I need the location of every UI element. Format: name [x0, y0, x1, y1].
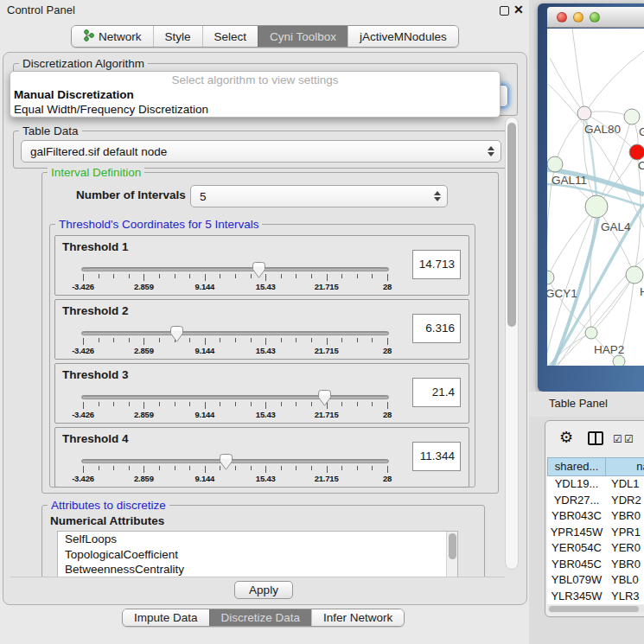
- slider-tick-labels: -3.4262.8599.14415.4321.71528: [83, 346, 387, 355]
- slider-thumb[interactable]: [252, 262, 265, 278]
- tick: [296, 338, 296, 342]
- network-node[interactable]: [626, 266, 643, 284]
- slider-tick-labels: -3.4262.8599.14415.4321.71528: [83, 474, 387, 483]
- group-label: Attributes to discretize: [48, 499, 169, 512]
- cell-name: YPR1: [606, 525, 644, 541]
- slider-track[interactable]: [81, 331, 389, 335]
- dropdown-option[interactable]: Manual Discretization: [14, 88, 134, 101]
- tab-label: Style: [165, 30, 191, 43]
- slider-thumb[interactable]: [220, 454, 233, 470]
- threshold-value-field[interactable]: 21.4: [412, 378, 461, 407]
- network-node[interactable]: [577, 106, 591, 120]
- table-panel-card: ⚙ ☑ ☑ shared...na YDL19...YDL1YDR27...YD…: [545, 420, 644, 617]
- table-row[interactable]: YBR045CYBR0: [547, 557, 644, 573]
- dropdown-placeholder-item[interactable]: Select algorithm to view settings: [10, 73, 500, 86]
- network-node[interactable]: [547, 271, 554, 284]
- dropdown-option[interactable]: Equal Width/Frequency Discretization: [14, 103, 208, 116]
- close-traffic-light-icon[interactable]: [557, 12, 567, 22]
- checkbox-icon[interactable]: ☑: [624, 433, 634, 445]
- threshold-label: Threshold 3: [62, 368, 129, 381]
- num-intervals-combobox[interactable]: 5: [190, 185, 448, 207]
- table-row[interactable]: YER054CYER0: [547, 540, 644, 557]
- tick: [99, 402, 99, 406]
- tab-impute-data[interactable]: Impute Data: [123, 609, 209, 626]
- network-node[interactable]: [613, 355, 625, 366]
- interval-definition-group: Interval Definition Number of Intervals …: [41, 172, 499, 494]
- table-panel-titlebar: Table Panel: [529, 392, 644, 417]
- column-header[interactable]: shared...: [547, 457, 606, 476]
- tick: [175, 466, 175, 470]
- list-item[interactable]: TopologicalCoefficient: [58, 547, 457, 563]
- panel-scrollbar[interactable]: [505, 117, 519, 570]
- node-label: GCY1: [547, 287, 577, 300]
- zoom-traffic-light-icon[interactable]: [590, 12, 600, 22]
- tick: [357, 274, 358, 278]
- cell-shared-name: YER054C: [547, 540, 606, 557]
- tick-label: 2.859: [118, 410, 169, 419]
- network-node[interactable]: [585, 195, 608, 218]
- scrollbar-thumb[interactable]: [507, 123, 516, 327]
- tab-select[interactable]: Select: [202, 26, 258, 47]
- table-row[interactable]: YBL079WYBL0: [547, 572, 644, 589]
- network-node[interactable]: [547, 156, 563, 172]
- table-row[interactable]: YDL19...YDL1: [547, 476, 644, 493]
- split-columns-icon[interactable]: [588, 431, 603, 445]
- tick: [83, 466, 84, 473]
- tick: [113, 338, 114, 342]
- tick: [281, 338, 282, 342]
- tab-style[interactable]: Style: [153, 26, 202, 47]
- scrollbar-thumb[interactable]: [449, 533, 456, 559]
- tick: [205, 466, 206, 473]
- tick: [387, 274, 388, 281]
- tick: [327, 338, 328, 345]
- slider-track[interactable]: [81, 267, 389, 271]
- network-node[interactable]: [585, 327, 597, 339]
- table-row[interactable]: YLR345WYLR3: [547, 589, 644, 605]
- tick: [99, 466, 99, 470]
- tick: [175, 274, 175, 278]
- tick-label: 21.715: [301, 282, 353, 291]
- tab-infer-network[interactable]: Infer Network: [311, 609, 404, 626]
- slider-track[interactable]: [81, 395, 389, 399]
- tab-cyni-toolbox[interactable]: Cyni Toolbox: [258, 26, 348, 47]
- tick: [235, 338, 236, 342]
- table-header-row: shared...na: [547, 457, 644, 476]
- list-item[interactable]: BetweennessCentrality: [58, 562, 457, 577]
- slider-thumb[interactable]: [170, 326, 183, 342]
- threshold-value-field[interactable]: 6.316: [412, 314, 461, 343]
- minimize-traffic-light-icon[interactable]: [573, 12, 583, 22]
- numerical-attributes-list[interactable]: SelfLoopsTopologicalCoefficientBetweenne…: [57, 531, 458, 577]
- threshold-value-field[interactable]: 11.344: [412, 442, 461, 471]
- apply-button[interactable]: Apply: [234, 581, 293, 599]
- network-edge: [547, 207, 596, 366]
- table-row[interactable]: YBR043CYBR0: [547, 508, 644, 525]
- slider-track[interactable]: [81, 459, 389, 463]
- network-node[interactable]: [629, 144, 644, 160]
- slider-thumb[interactable]: [318, 390, 331, 406]
- tick: [387, 402, 388, 409]
- table-hscrollbar[interactable]: [548, 605, 644, 613]
- scrollbar-thumb[interactable]: [549, 606, 639, 612]
- tick-label: 28: [361, 410, 413, 419]
- list-scrollbar[interactable]: [446, 532, 457, 577]
- table-data-combobox[interactable]: galFiltered.sif default node: [21, 140, 501, 163]
- tab-network[interactable]: Network: [72, 26, 153, 47]
- network-node[interactable]: [624, 109, 640, 124]
- threshold-value-field[interactable]: 14.713: [412, 250, 461, 279]
- column-header[interactable]: na: [606, 457, 644, 476]
- tick: [220, 402, 220, 406]
- checkbox-icon[interactable]: ☑: [613, 433, 622, 445]
- network-canvas[interactable]: GAL80GACGAL11GAL4GCY1HHAP2: [547, 29, 644, 366]
- tick: [129, 466, 130, 470]
- close-icon[interactable]: ✕: [513, 3, 524, 16]
- tab-jactivemnodules[interactable]: jActiveMNodules: [348, 26, 458, 47]
- table-row[interactable]: YDR27...YDR2: [547, 493, 644, 509]
- tab-discretize-data[interactable]: Discretize Data: [209, 609, 312, 626]
- table-row[interactable]: YPR145WYPR1: [547, 525, 644, 541]
- tick: [251, 466, 252, 470]
- gear-icon[interactable]: ⚙: [559, 428, 573, 447]
- list-item[interactable]: SelfLoops: [58, 532, 457, 547]
- float-window-icon[interactable]: [500, 6, 509, 16]
- tick: [143, 274, 144, 281]
- table-data-group: Table Data galFiltered.sif default node: [13, 131, 505, 169]
